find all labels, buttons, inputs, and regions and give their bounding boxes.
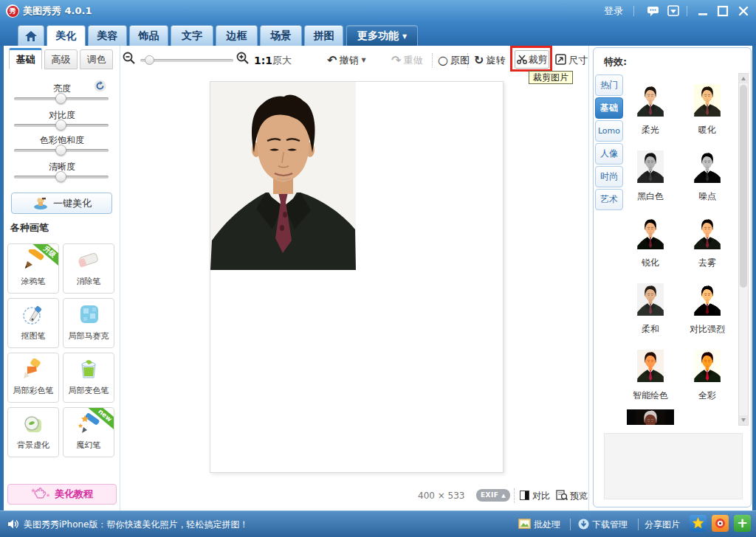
- original-size-button[interactable]: 原大: [272, 52, 292, 69]
- category-lomo[interactable]: Lomo: [595, 120, 623, 142]
- scroll-down-icon[interactable]: [739, 415, 748, 425]
- brightness-slider-thumb[interactable]: [55, 93, 66, 104]
- effect-thumbnail: [637, 217, 664, 249]
- tab-cosmetology[interactable]: 美容: [88, 25, 127, 46]
- zoom-slider[interactable]: [140, 59, 233, 62]
- background-blur-button[interactable]: 背景虚化: [7, 407, 59, 457]
- close-button[interactable]: [738, 5, 751, 17]
- tab-accessories[interactable]: 饰品: [129, 25, 168, 46]
- batch-label: 批处理: [534, 519, 560, 530]
- clarity-slider[interactable]: [14, 176, 109, 179]
- effect-black-white[interactable]: 黑白色: [624, 150, 677, 203]
- tab-frame[interactable]: 边框: [216, 25, 258, 46]
- original-view-button[interactable]: ○原图: [438, 52, 470, 69]
- effect-label: 全彩: [681, 389, 734, 402]
- category-fashion[interactable]: 时尚: [595, 166, 623, 187]
- effect-defog[interactable]: 去雾: [681, 217, 734, 269]
- add-app-icon[interactable]: +: [734, 515, 751, 532]
- one-key-icon: [32, 196, 49, 209]
- effect-full-color[interactable]: 全彩: [681, 350, 734, 402]
- effect-sharpen[interactable]: 锐化: [624, 217, 677, 269]
- mosaic-button[interactable]: 局部马赛克: [63, 298, 114, 348]
- cutout-pen-label: 抠图笔: [8, 330, 58, 342]
- effect-thumbnail-partial[interactable]: [627, 409, 674, 425]
- download-manager-button[interactable]: 下载管理: [578, 511, 628, 537]
- tab-beautify[interactable]: 美化: [47, 25, 86, 46]
- saturation-slider[interactable]: [14, 149, 109, 152]
- effects-scrollbar[interactable]: [738, 73, 749, 426]
- redo-button[interactable]: ↷重做: [391, 52, 422, 69]
- effect-soft-light[interactable]: 柔光: [624, 84, 677, 136]
- share-image-button[interactable]: 分享图片: [645, 511, 680, 537]
- tab-scene[interactable]: 场景: [260, 25, 302, 46]
- share-label: 分享图片: [645, 519, 680, 530]
- local-tint-pen-label: 局部变色笔: [63, 385, 114, 396]
- effect-label: 对比强烈: [681, 323, 734, 336]
- doodle-pen-button[interactable]: 涂鸦笔 升级: [7, 243, 59, 294]
- clarity-slider-thumb[interactable]: [55, 171, 66, 182]
- preview-button[interactable]: 预览: [556, 488, 588, 503]
- app-logo-icon: 秀: [6, 4, 19, 18]
- undo-button[interactable]: ↶撤销▼: [327, 52, 366, 69]
- mosaic-icon: [63, 304, 114, 328]
- exif-badge[interactable]: EXIF ▲: [476, 489, 510, 502]
- feedback-icon[interactable]: [647, 5, 660, 17]
- tab-basic-adjust[interactable]: 基础: [9, 48, 42, 69]
- minimize-button[interactable]: [697, 5, 710, 17]
- tab-advanced-adjust[interactable]: 高级: [44, 49, 78, 69]
- bottombar-separator: [570, 519, 571, 530]
- zoom-in-button[interactable]: [236, 52, 249, 69]
- menu-bar: 美化 美容 饰品 文字 边框 场景 拼图 更多功能▼ 打开 新建 保存与分享: [0, 22, 756, 46]
- effect-smart-color[interactable]: 智能绘色: [624, 350, 677, 402]
- scrollbar-thumb[interactable]: [740, 85, 747, 288]
- effect-noise[interactable]: 噪点: [681, 150, 734, 203]
- skin-icon[interactable]: [667, 5, 681, 17]
- eraser-pen-button[interactable]: 消除笔: [63, 243, 114, 294]
- batch-process-button[interactable]: 批处理: [518, 511, 560, 537]
- maximize-button[interactable]: [717, 5, 730, 17]
- local-tint-pen-button[interactable]: 局部变色笔: [63, 353, 114, 403]
- one-key-beautify-button[interactable]: 一键美化: [11, 193, 112, 214]
- local-color-pen-label: 局部彩色笔: [8, 385, 58, 396]
- effect-label: 锐化: [624, 257, 677, 269]
- tab-color-adjust[interactable]: 调色: [80, 49, 113, 69]
- zoom-slider-thumb[interactable]: [145, 55, 154, 65]
- effect-thumbnail: [694, 150, 721, 183]
- redo-icon: ↷: [391, 53, 401, 67]
- login-link[interactable]: 登录: [604, 0, 623, 22]
- crop-button[interactable]: 裁剪: [515, 50, 549, 69]
- zoom-out-button[interactable]: [123, 52, 135, 69]
- toolbar-separator: [467, 53, 468, 68]
- weibo-icon[interactable]: [712, 515, 729, 532]
- local-color-pen-button[interactable]: 局部彩色笔: [7, 353, 59, 403]
- category-basic[interactable]: 基础: [595, 97, 623, 119]
- effect-gentle[interactable]: 柔和: [624, 283, 677, 336]
- tab-text[interactable]: 文字: [171, 25, 213, 46]
- tab-more-features[interactable]: 更多功能▼: [346, 25, 418, 46]
- saturation-slider-thumb[interactable]: [55, 145, 66, 156]
- magic-pen-button[interactable]: 魔幻笔 new: [63, 407, 114, 457]
- category-hot[interactable]: 热门: [595, 75, 623, 96]
- resize-button[interactable]: 尺寸: [555, 52, 588, 69]
- effect-thumbnail: [694, 217, 721, 249]
- qzone-icon[interactable]: [690, 515, 707, 532]
- effect-warm[interactable]: 暖化: [681, 84, 734, 136]
- beautify-tutorial-button[interactable]: 美化教程: [7, 484, 117, 505]
- preview-label: 预览: [570, 491, 588, 501]
- tab-home[interactable]: [18, 25, 44, 46]
- contrast-slider-thumb[interactable]: [55, 119, 66, 131]
- cutout-pen-button[interactable]: 抠图笔: [7, 298, 59, 348]
- contrast-slider[interactable]: [14, 124, 109, 127]
- cutout-pen-icon: [8, 304, 58, 328]
- compare-button[interactable]: 对比: [520, 488, 550, 503]
- chevron-down-icon: ▼: [402, 27, 407, 46]
- scroll-up-icon[interactable]: [739, 74, 748, 83]
- rotate-button[interactable]: ↻旋转: [474, 52, 505, 69]
- effect-strong-contrast[interactable]: 对比强烈: [681, 283, 734, 336]
- category-portrait[interactable]: 人像: [595, 143, 623, 164]
- category-art[interactable]: 艺术: [595, 189, 623, 210]
- resize-label: 尺寸: [568, 55, 588, 66]
- undo-dropdown-icon[interactable]: ▼: [361, 57, 365, 63]
- tab-collage[interactable]: 拼图: [304, 25, 343, 46]
- brightness-slider[interactable]: [14, 97, 109, 100]
